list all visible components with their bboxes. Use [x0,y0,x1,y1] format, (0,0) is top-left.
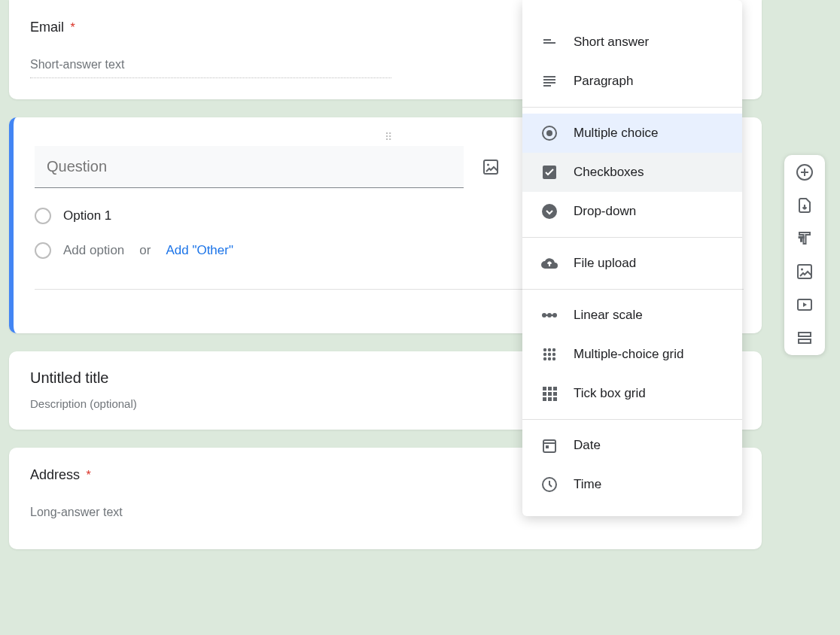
menu-separator [522,289,742,290]
svg-point-11 [543,348,546,351]
svg-point-1 [487,164,489,166]
menu-label: Tick box grid [574,386,646,401]
menu-item-multiple-choice[interactable]: Multiple choice [522,114,742,153]
menu-label: Short answer [574,35,649,50]
menu-item-tickbox-grid[interactable]: Tick box grid [522,374,742,413]
menu-item-paragraph[interactable]: Paragraph [522,62,742,101]
paragraph-icon [540,72,558,90]
add-video-button[interactable] [795,295,814,314]
svg-rect-28 [553,397,557,401]
menu-item-checkboxes[interactable]: Checkboxes [522,153,742,192]
question-type-menu[interactable]: Short answer Paragraph Multiple choice C… [522,0,742,516]
svg-rect-36 [799,333,811,336]
svg-point-7 [542,204,557,219]
email-label: Email [30,20,64,35]
date-icon [540,436,558,454]
menu-item-date[interactable]: Date [522,426,742,465]
menu-label: Multiple-choice grid [574,347,683,362]
svg-point-14 [543,353,546,356]
svg-point-5 [546,130,552,136]
side-toolbar [784,155,825,355]
or-text: or [139,243,151,258]
menu-item-time[interactable]: Time [522,465,742,504]
svg-point-19 [552,357,555,360]
svg-point-12 [548,348,551,351]
address-label: Address [30,467,80,483]
menu-label: Checkboxes [574,165,644,180]
svg-rect-37 [799,339,811,343]
svg-point-16 [552,353,555,356]
menu-item-multiple-choice-grid[interactable]: Multiple-choice grid [522,335,742,374]
svg-rect-25 [553,392,557,396]
add-option-label[interactable]: Add option [63,243,124,258]
menu-label: Time [574,477,601,492]
add-image-button[interactable] [795,262,814,281]
menu-item-file-upload[interactable]: File upload [522,244,742,283]
required-asterisk: * [70,21,75,34]
menu-item-linear-scale[interactable]: Linear scale [522,296,742,335]
add-question-button[interactable] [795,163,814,182]
svg-rect-20 [543,387,546,390]
menu-item-short-answer[interactable]: Short answer [522,23,742,62]
tickbox-grid-icon [540,384,558,403]
question-title-input[interactable] [35,146,464,188]
import-questions-button[interactable] [795,196,814,215]
svg-point-34 [801,269,803,271]
option-1-label[interactable]: Option 1 [63,208,111,223]
svg-rect-22 [553,387,557,390]
dropdown-icon [540,202,558,220]
menu-separator [522,419,742,420]
svg-point-15 [548,353,551,356]
required-asterisk: * [87,469,91,482]
short-answer-icon [540,33,558,51]
menu-item-dropdown[interactable]: Drop-down [522,192,742,231]
checkboxes-icon [540,163,558,181]
add-other-link[interactable]: Add "Other" [166,243,233,258]
svg-rect-24 [548,392,552,396]
svg-rect-21 [548,387,552,390]
menu-label: Paragraph [574,74,633,89]
menu-separator [522,237,742,238]
file-upload-icon [540,254,558,272]
menu-label: Drop-down [574,204,636,219]
menu-label: Multiple choice [574,126,658,141]
svg-rect-26 [543,397,546,401]
mc-grid-icon [540,345,558,363]
svg-point-17 [543,357,546,360]
menu-label: Linear scale [574,308,643,323]
linear-scale-icon [540,306,558,324]
svg-rect-30 [546,445,549,448]
add-title-button[interactable] [795,229,814,248]
add-section-button[interactable] [795,328,814,348]
short-answer-placeholder: Short-answer text [30,58,391,78]
multiple-choice-icon [540,124,558,142]
add-image-icon[interactable] [482,158,500,176]
radio-icon [35,208,51,224]
radio-icon [35,242,51,259]
svg-rect-23 [543,392,546,396]
time-icon [540,475,558,494]
menu-label: Date [574,438,601,453]
svg-rect-0 [484,160,498,174]
menu-label: File upload [574,256,636,271]
svg-rect-33 [798,265,811,278]
svg-point-18 [548,357,551,360]
menu-separator [522,107,742,108]
svg-point-13 [552,348,555,351]
svg-rect-27 [548,397,552,401]
svg-rect-29 [543,440,555,452]
